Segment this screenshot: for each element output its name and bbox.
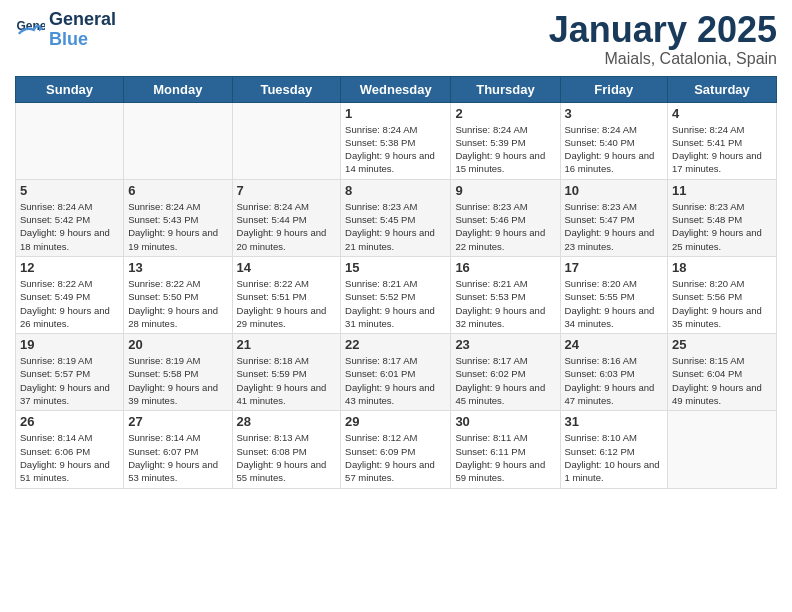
page-container: General General Blue January 2025 Maials… — [0, 0, 792, 499]
calendar-cell: 9Sunrise: 8:23 AMSunset: 5:46 PMDaylight… — [451, 179, 560, 256]
calendar-table: SundayMondayTuesdayWednesdayThursdayFrid… — [15, 76, 777, 489]
calendar-cell: 22Sunrise: 8:17 AMSunset: 6:01 PMDayligh… — [341, 334, 451, 411]
logo-blue: Blue — [49, 30, 116, 50]
day-number: 3 — [565, 106, 664, 121]
day-number: 11 — [672, 183, 772, 198]
location-subtitle: Maials, Catalonia, Spain — [549, 50, 777, 68]
calendar-cell: 28Sunrise: 8:13 AMSunset: 6:08 PMDayligh… — [232, 411, 341, 488]
day-info: Sunrise: 8:24 AMSunset: 5:44 PMDaylight:… — [237, 200, 337, 253]
day-number: 18 — [672, 260, 772, 275]
weekday-header-friday: Friday — [560, 76, 668, 102]
week-row-4: 19Sunrise: 8:19 AMSunset: 5:57 PMDayligh… — [16, 334, 777, 411]
weekday-header-sunday: Sunday — [16, 76, 124, 102]
day-number: 16 — [455, 260, 555, 275]
day-number: 19 — [20, 337, 119, 352]
calendar-cell: 2Sunrise: 8:24 AMSunset: 5:39 PMDaylight… — [451, 102, 560, 179]
calendar-cell: 31Sunrise: 8:10 AMSunset: 6:12 PMDayligh… — [560, 411, 668, 488]
calendar-cell: 27Sunrise: 8:14 AMSunset: 6:07 PMDayligh… — [124, 411, 232, 488]
calendar-cell: 26Sunrise: 8:14 AMSunset: 6:06 PMDayligh… — [16, 411, 124, 488]
day-info: Sunrise: 8:18 AMSunset: 5:59 PMDaylight:… — [237, 354, 337, 407]
calendar-cell — [232, 102, 341, 179]
day-info: Sunrise: 8:23 AMSunset: 5:48 PMDaylight:… — [672, 200, 772, 253]
calendar-cell: 14Sunrise: 8:22 AMSunset: 5:51 PMDayligh… — [232, 256, 341, 333]
day-number: 31 — [565, 414, 664, 429]
day-number: 24 — [565, 337, 664, 352]
month-title: January 2025 — [549, 10, 777, 50]
day-info: Sunrise: 8:19 AMSunset: 5:57 PMDaylight:… — [20, 354, 119, 407]
day-number: 9 — [455, 183, 555, 198]
calendar-cell: 21Sunrise: 8:18 AMSunset: 5:59 PMDayligh… — [232, 334, 341, 411]
day-number: 1 — [345, 106, 446, 121]
weekday-header-row: SundayMondayTuesdayWednesdayThursdayFrid… — [16, 76, 777, 102]
calendar-cell — [16, 102, 124, 179]
calendar-cell: 16Sunrise: 8:21 AMSunset: 5:53 PMDayligh… — [451, 256, 560, 333]
calendar-cell: 29Sunrise: 8:12 AMSunset: 6:09 PMDayligh… — [341, 411, 451, 488]
day-number: 6 — [128, 183, 227, 198]
day-info: Sunrise: 8:14 AMSunset: 6:06 PMDaylight:… — [20, 431, 119, 484]
calendar-cell — [124, 102, 232, 179]
day-info: Sunrise: 8:22 AMSunset: 5:51 PMDaylight:… — [237, 277, 337, 330]
day-info: Sunrise: 8:20 AMSunset: 5:55 PMDaylight:… — [565, 277, 664, 330]
day-info: Sunrise: 8:17 AMSunset: 6:02 PMDaylight:… — [455, 354, 555, 407]
calendar-cell: 12Sunrise: 8:22 AMSunset: 5:49 PMDayligh… — [16, 256, 124, 333]
day-number: 12 — [20, 260, 119, 275]
day-number: 27 — [128, 414, 227, 429]
calendar-cell — [668, 411, 777, 488]
day-info: Sunrise: 8:14 AMSunset: 6:07 PMDaylight:… — [128, 431, 227, 484]
calendar-cell: 30Sunrise: 8:11 AMSunset: 6:11 PMDayligh… — [451, 411, 560, 488]
calendar-cell: 4Sunrise: 8:24 AMSunset: 5:41 PMDaylight… — [668, 102, 777, 179]
calendar-cell: 10Sunrise: 8:23 AMSunset: 5:47 PMDayligh… — [560, 179, 668, 256]
day-number: 28 — [237, 414, 337, 429]
weekday-header-tuesday: Tuesday — [232, 76, 341, 102]
calendar-cell: 15Sunrise: 8:21 AMSunset: 5:52 PMDayligh… — [341, 256, 451, 333]
day-info: Sunrise: 8:23 AMSunset: 5:47 PMDaylight:… — [565, 200, 664, 253]
day-number: 20 — [128, 337, 227, 352]
day-info: Sunrise: 8:24 AMSunset: 5:41 PMDaylight:… — [672, 123, 772, 176]
week-row-1: 1Sunrise: 8:24 AMSunset: 5:38 PMDaylight… — [16, 102, 777, 179]
calendar-cell: 13Sunrise: 8:22 AMSunset: 5:50 PMDayligh… — [124, 256, 232, 333]
day-number: 30 — [455, 414, 555, 429]
calendar-cell: 1Sunrise: 8:24 AMSunset: 5:38 PMDaylight… — [341, 102, 451, 179]
calendar-cell: 20Sunrise: 8:19 AMSunset: 5:58 PMDayligh… — [124, 334, 232, 411]
week-row-2: 5Sunrise: 8:24 AMSunset: 5:42 PMDaylight… — [16, 179, 777, 256]
logo-general: General — [49, 9, 116, 29]
calendar-cell: 24Sunrise: 8:16 AMSunset: 6:03 PMDayligh… — [560, 334, 668, 411]
day-info: Sunrise: 8:10 AMSunset: 6:12 PMDaylight:… — [565, 431, 664, 484]
calendar-cell: 25Sunrise: 8:15 AMSunset: 6:04 PMDayligh… — [668, 334, 777, 411]
day-number: 2 — [455, 106, 555, 121]
day-number: 7 — [237, 183, 337, 198]
day-number: 8 — [345, 183, 446, 198]
day-info: Sunrise: 8:21 AMSunset: 5:52 PMDaylight:… — [345, 277, 446, 330]
day-number: 4 — [672, 106, 772, 121]
logo: General General Blue — [15, 10, 116, 50]
day-number: 25 — [672, 337, 772, 352]
calendar-cell: 7Sunrise: 8:24 AMSunset: 5:44 PMDaylight… — [232, 179, 341, 256]
weekday-header-wednesday: Wednesday — [341, 76, 451, 102]
calendar-cell: 8Sunrise: 8:23 AMSunset: 5:45 PMDaylight… — [341, 179, 451, 256]
weekday-header-saturday: Saturday — [668, 76, 777, 102]
day-info: Sunrise: 8:24 AMSunset: 5:38 PMDaylight:… — [345, 123, 446, 176]
day-info: Sunrise: 8:24 AMSunset: 5:39 PMDaylight:… — [455, 123, 555, 176]
day-number: 14 — [237, 260, 337, 275]
day-number: 22 — [345, 337, 446, 352]
calendar-cell: 5Sunrise: 8:24 AMSunset: 5:42 PMDaylight… — [16, 179, 124, 256]
day-info: Sunrise: 8:13 AMSunset: 6:08 PMDaylight:… — [237, 431, 337, 484]
day-info: Sunrise: 8:23 AMSunset: 5:46 PMDaylight:… — [455, 200, 555, 253]
day-info: Sunrise: 8:11 AMSunset: 6:11 PMDaylight:… — [455, 431, 555, 484]
title-section: January 2025 Maials, Catalonia, Spain — [549, 10, 777, 68]
day-number: 15 — [345, 260, 446, 275]
calendar-cell: 6Sunrise: 8:24 AMSunset: 5:43 PMDaylight… — [124, 179, 232, 256]
weekday-header-thursday: Thursday — [451, 76, 560, 102]
day-info: Sunrise: 8:21 AMSunset: 5:53 PMDaylight:… — [455, 277, 555, 330]
day-number: 17 — [565, 260, 664, 275]
week-row-3: 12Sunrise: 8:22 AMSunset: 5:49 PMDayligh… — [16, 256, 777, 333]
day-info: Sunrise: 8:12 AMSunset: 6:09 PMDaylight:… — [345, 431, 446, 484]
logo-icon: General — [15, 15, 45, 45]
week-row-5: 26Sunrise: 8:14 AMSunset: 6:06 PMDayligh… — [16, 411, 777, 488]
day-info: Sunrise: 8:22 AMSunset: 5:49 PMDaylight:… — [20, 277, 119, 330]
day-info: Sunrise: 8:22 AMSunset: 5:50 PMDaylight:… — [128, 277, 227, 330]
day-number: 10 — [565, 183, 664, 198]
calendar-cell: 18Sunrise: 8:20 AMSunset: 5:56 PMDayligh… — [668, 256, 777, 333]
day-info: Sunrise: 8:20 AMSunset: 5:56 PMDaylight:… — [672, 277, 772, 330]
day-info: Sunrise: 8:23 AMSunset: 5:45 PMDaylight:… — [345, 200, 446, 253]
